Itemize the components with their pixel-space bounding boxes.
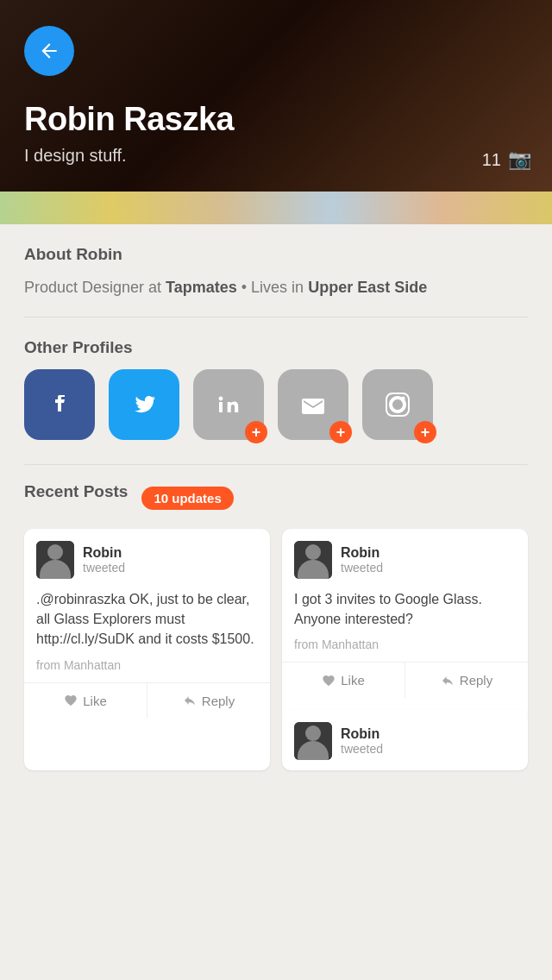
post-1-like-button[interactable]: Like — [24, 683, 147, 719]
post-3-username: Robin — [341, 726, 383, 742]
about-text-middle: • Lives in — [237, 279, 308, 296]
post-card-2-inner: Robin tweeted I got 3 invites to Google … — [282, 529, 528, 651]
profile-content: About Robin Product Designer at Tapmates… — [0, 224, 552, 779]
email-profile-wrap[interactable]: + — [278, 369, 348, 440]
about-title: About Robin — [24, 245, 528, 264]
post-card-3-inner: Robin tweeted — [282, 710, 528, 760]
email-logo-icon — [295, 386, 331, 423]
post-3-action: tweeted — [341, 742, 383, 756]
linkedin-profile-wrap[interactable]: + — [193, 369, 264, 440]
post-2-like-label: Like — [341, 673, 365, 688]
post-3-avatar-image — [294, 722, 332, 760]
map-strip — [0, 192, 552, 224]
post-card-1-inner: Robin tweeted .@robinraszka OK, just to … — [24, 529, 270, 672]
facebook-logo-icon — [41, 386, 78, 423]
social-icons-row: + + + — [24, 369, 528, 440]
back-arrow-icon — [38, 40, 60, 62]
reply-icon-2 — [441, 674, 455, 688]
email-add-badge[interactable]: + — [329, 421, 352, 443]
posts-grid: Robin tweeted .@robinraszka OK, just to … — [24, 529, 528, 770]
back-button[interactable] — [24, 26, 74, 76]
post-3-avatar — [294, 722, 332, 760]
profiles-title: Other Profiles — [24, 338, 528, 357]
post-2-avatar — [294, 541, 332, 579]
post-1-like-label: Like — [83, 694, 107, 708]
instagram-logo-icon — [380, 386, 416, 423]
post-2-like-button[interactable]: Like — [282, 663, 405, 698]
facebook-icon[interactable] — [24, 369, 95, 440]
profile-name: Robin Raszka — [24, 101, 234, 138]
profile-bio: I design stuff. — [24, 146, 127, 166]
reply-icon — [183, 694, 197, 707]
instagram-profile-wrap[interactable]: + — [362, 369, 433, 440]
post-card-2: Robin tweeted I got 3 invites to Google … — [282, 529, 528, 770]
post-2-user-info: Robin tweeted — [341, 545, 383, 575]
post-1-user-row: Robin tweeted — [36, 541, 258, 579]
post-2-location: from Manhattan — [294, 638, 516, 651]
about-body: Product Designer at Tapmates • Lives in … — [24, 276, 528, 299]
post-2-reply-button[interactable]: Reply — [405, 663, 528, 698]
post-1-reply-button[interactable]: Reply — [147, 683, 270, 719]
camera-icon: 📷 — [508, 148, 531, 171]
post-2-reply-label: Reply — [460, 673, 492, 688]
photos-count: 11 — [482, 150, 501, 170]
heart-icon — [64, 694, 78, 707]
post-1-actions: Like Reply — [24, 682, 270, 719]
profile-header: Robin Raszka I design stuff. 11 📷 — [0, 0, 552, 224]
post-2-username: Robin — [341, 545, 383, 561]
about-section: About Robin Product Designer at Tapmates… — [0, 224, 552, 317]
post-1-user-info: Robin tweeted — [83, 545, 125, 575]
linkedin-add-badge[interactable]: + — [245, 421, 267, 443]
post-1-username: Robin — [83, 545, 125, 561]
twitter-icon[interactable] — [109, 369, 179, 440]
post-1-action: tweeted — [83, 561, 125, 575]
instagram-add-badge[interactable]: + — [414, 421, 436, 443]
profiles-section: Other Profiles — [0, 317, 552, 464]
about-location: Upper East Side — [308, 279, 427, 296]
post-2-avatar-image — [294, 541, 332, 579]
post-1-location: from Manhattan — [36, 658, 258, 672]
post-2-actions: Like Reply — [282, 662, 528, 698]
linkedin-logo-icon — [210, 386, 247, 423]
post-3-user-row: Robin tweeted — [294, 722, 516, 760]
about-text-prefix: Product Designer at — [24, 279, 166, 296]
post-card-1: Robin tweeted .@robinraszka OK, just to … — [24, 529, 270, 770]
post-1-avatar-image — [36, 541, 74, 579]
heart-icon-2 — [322, 674, 336, 688]
updates-badge: 10 updates — [141, 487, 233, 510]
recent-posts-section: Recent Posts 10 updates Robin tweeted — [0, 465, 552, 779]
photos-count-row: 11 📷 — [482, 148, 531, 171]
about-company: Tapmates — [166, 279, 237, 296]
post-3-user-info: Robin tweeted — [341, 726, 383, 756]
post-1-text: .@robinraszka OK, just to be clear, all … — [36, 589, 258, 650]
twitter-logo-icon — [126, 386, 162, 423]
post-card-3-partial: Robin tweeted — [282, 710, 528, 770]
post-2-action: tweeted — [341, 561, 383, 575]
post-2-text: I got 3 invites to Google Glass. Anyone … — [294, 589, 516, 629]
twitter-profile-wrap[interactable] — [109, 369, 179, 440]
post-1-reply-label: Reply — [202, 694, 235, 708]
post-1-avatar — [36, 541, 74, 579]
recent-header-row: Recent Posts 10 updates — [24, 482, 528, 513]
post-2-user-row: Robin tweeted — [294, 541, 516, 579]
recent-posts-title: Recent Posts — [24, 482, 128, 501]
facebook-profile-wrap[interactable] — [24, 369, 95, 440]
